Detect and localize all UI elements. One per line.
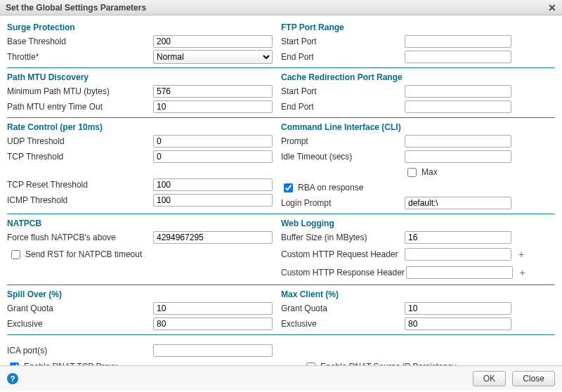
add-req-hdr-icon[interactable]: +	[516, 249, 527, 260]
checkbox-row-max[interactable]: Max	[405, 165, 438, 179]
input-force-flush[interactable]	[153, 231, 273, 244]
separator	[7, 285, 555, 285]
input-login-prompt[interactable]	[405, 197, 511, 209]
separator	[7, 334, 555, 335]
input-ftp-end[interactable]	[405, 51, 511, 63]
select-throttle[interactable]: Normal	[153, 50, 273, 64]
input-ica[interactable]	[153, 344, 273, 357]
label-max-grant: Grant Quota	[281, 303, 403, 313]
section-cache-redir: Cache Redirection Port Range	[281, 71, 555, 84]
section-pmtu: Path MTU Discovery	[7, 71, 281, 84]
checkbox-row-rba[interactable]: RBA on response	[281, 181, 403, 195]
checkbox-row-send-rst[interactable]: Send RST for NATPCB timeout	[7, 247, 142, 261]
label-tcp-reset-threshold: TCP Reset Threshold	[7, 180, 125, 190]
dialog-titlebar: Set the Global Settings Parameters ✕	[0, 0, 562, 15]
section-ftp: FTP Port Range	[281, 21, 555, 34]
section-cli: Command Line Interface (CLI)	[281, 121, 555, 133]
label-res-hdr: Custom HTTP Response Header	[281, 268, 405, 277]
close-icon[interactable]: ✕	[548, 2, 556, 13]
input-base-threshold[interactable]	[153, 35, 273, 48]
label-cacheredir-start: Start Port	[281, 86, 403, 96]
label-min-pmtu: Minimum Path MTU (bytes)	[7, 86, 125, 96]
label-max-excl: Exclusive	[281, 319, 403, 329]
label-rnat-tcp: Enable RNAT TCP Proxy	[24, 362, 117, 365]
label-login-prompt: Login Prompt	[281, 198, 403, 208]
label-force-flush: Force flush NATPCB's above	[7, 233, 125, 242]
dialog-content: Surge Protection Base Threshold Throttle…	[0, 15, 562, 365]
input-ftp-start[interactable]	[405, 35, 511, 48]
input-tcp-threshold[interactable]	[153, 150, 273, 163]
section-spill: Spill Over (%)	[7, 288, 281, 301]
label-throttle: Throttle*	[7, 52, 125, 62]
label-rnat-srcip: Enable RNAT Source IP Persistency	[320, 362, 456, 365]
input-pmtu-timeout[interactable]	[153, 100, 273, 113]
separator	[7, 67, 555, 68]
label-pmtu-timeout: Path MTU entry Time Out	[7, 102, 125, 112]
checkbox-send-rst[interactable]	[11, 250, 20, 259]
add-res-hdr-icon[interactable]: +	[517, 267, 528, 278]
checkbox-rnat-srcip[interactable]	[306, 362, 315, 366]
label-cli-prompt: Prompt	[281, 136, 403, 146]
checkbox-rba[interactable]	[284, 183, 293, 192]
section-rate: Rate Control (per 10ms)	[7, 121, 281, 133]
input-spill-excl[interactable]	[153, 318, 273, 330]
close-button[interactable]: Close	[512, 371, 555, 386]
label-rba: RBA on response	[298, 183, 363, 192]
label-tcp-threshold: TCP Threshold	[7, 152, 125, 162]
input-cacheredir-start[interactable]	[405, 85, 511, 98]
label-ica: ICA port(s)	[7, 346, 125, 355]
input-tcp-reset-threshold[interactable]	[153, 178, 273, 191]
input-icmp-threshold[interactable]	[153, 194, 273, 207]
checkbox-max[interactable]	[407, 168, 417, 177]
label-ftp-start: Start Port	[281, 37, 403, 46]
label-buf-size: Buffer Size (in MBytes)	[281, 233, 403, 242]
label-spill-grant: Grant Quota	[7, 303, 125, 313]
dialog-footer: ? OK Close	[0, 365, 562, 391]
input-req-hdr[interactable]	[405, 248, 511, 261]
label-max: Max	[422, 167, 438, 177]
label-udp-threshold: UDP Threshold	[7, 136, 125, 146]
input-res-hdr[interactable]	[406, 266, 513, 279]
label-spill-excl: Exclusive	[7, 319, 125, 329]
label-cli-idle: Idle Timeout (secs)	[281, 152, 403, 162]
label-base-threshold: Base Threshold	[7, 37, 125, 46]
input-spill-grant[interactable]	[153, 302, 273, 315]
label-ftp-end: End Port	[281, 52, 403, 62]
dialog-title: Set the Global Settings Parameters	[6, 3, 146, 13]
input-buf-size[interactable]	[405, 231, 511, 244]
label-send-rst: Send RST for NATPCB timeout	[25, 249, 142, 259]
section-natpcb: NATPCB	[7, 217, 281, 230]
section-maxclient: Max Client (%)	[281, 288, 555, 301]
input-max-excl[interactable]	[405, 318, 511, 330]
ok-button[interactable]: OK	[473, 371, 506, 386]
input-max-grant[interactable]	[405, 302, 511, 315]
help-icon[interactable]: ?	[7, 373, 18, 384]
separator	[7, 214, 555, 214]
label-cacheredir-end: End Port	[281, 102, 403, 112]
separator	[7, 117, 555, 118]
label-icmp-threshold: ICMP Threshold	[7, 195, 125, 205]
lower-section: ICA port(s) Enable RNAT TCP Proxy Use Pr…	[7, 338, 555, 365]
input-udp-threshold[interactable]	[153, 135, 273, 148]
input-min-pmtu[interactable]	[153, 85, 273, 98]
input-cli-idle[interactable]	[405, 150, 511, 163]
input-cli-prompt[interactable]	[405, 135, 511, 148]
section-surge: Surge Protection	[7, 21, 281, 34]
input-cacheredir-end[interactable]	[405, 100, 511, 113]
section-weblog: Web Logging	[281, 217, 555, 230]
label-req-hdr: Custom HTTP Request Header	[281, 249, 403, 259]
checkbox-rnat-tcp[interactable]	[10, 362, 19, 366]
